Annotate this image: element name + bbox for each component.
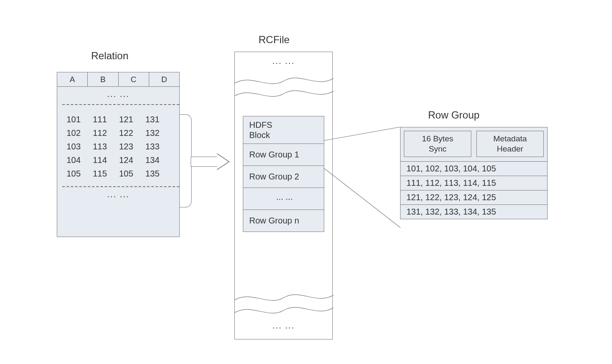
relation-columns-header: A B C D [57,72,179,87]
rcfile-bottom-ellipsis: ··· ··· [235,317,332,338]
rcfile-wave-bottom [234,292,334,303]
relation-panel: A B C D ··· ··· 101 111 121 131 102 112 … [57,72,180,237]
relation-cell: 133 [145,140,172,153]
relation-cell: 113 [93,140,119,153]
relation-cell: 132 [145,126,172,140]
relation-col-d: D [149,72,179,86]
rcfile-title: RCFile [259,34,289,46]
rcfile-top-ellipsis: ··· ··· [235,52,332,74]
relation-cell: 103 [67,140,93,153]
relation-cell: 121 [119,113,145,126]
relation-cell: 104 [67,153,93,167]
rowgroup-detail-panel: 16 BytesSync MetadataHeader 101, 102, 10… [400,127,548,219]
rcfile-wave-top [234,76,334,86]
row-group-2: Row Group 2 [243,166,324,188]
relation-cell: 105 [119,167,145,180]
relation-title: Relation [91,50,128,62]
row-group-1: Row Group 1 [243,144,324,166]
relation-cell: 101 [67,113,93,126]
arrow-relation-to-rcfile [191,153,231,170]
relation-cell: 111 [93,113,119,126]
relation-col-b: B [88,72,118,86]
relation-cell: 112 [93,126,119,140]
relation-data: 101 111 121 131 102 112 122 132 103 113 … [57,105,179,186]
relation-cell: 102 [67,126,93,140]
rowgroup-column-data: 101, 102, 103, 104, 105 111, 112, 113, 1… [401,162,547,219]
relation-row: 103 113 123 133 [67,140,172,153]
relation-ellipsis-top: ··· ··· [57,87,179,104]
rcfile-block-list: HDFSBlock Row Group 1 Row Group 2 ··· ··… [243,116,324,232]
relation-cell: 115 [93,167,119,180]
relation-cell: 114 [93,153,119,167]
svg-line-0 [324,127,401,141]
relation-cell: 135 [145,167,172,180]
relation-row: 104 114 124 134 [67,153,172,167]
metadata-header-block: MetadataHeader [476,131,544,157]
rowgroup-column-a: 101, 102, 103, 104, 105 [401,162,547,176]
svg-line-1 [324,168,401,228]
relation-row: 105 115 105 135 [67,167,172,180]
hdfs-block-label: HDFSBlock [243,116,324,144]
relation-cell: 105 [67,167,93,180]
row-group-ellipsis: ··· ··· [243,188,324,210]
rcfile-wave-top-2 [234,88,334,99]
relation-col-a: A [57,72,88,86]
rowgroup-column-c: 121, 122, 123, 124, 125 [401,190,547,205]
relation-cell: 123 [119,140,145,153]
sync-block: 16 BytesSync [404,131,471,157]
connector-lines [324,127,401,229]
rowgroup-header-row: 16 BytesSync MetadataHeader [401,127,547,162]
relation-row: 101 111 121 131 [67,113,172,126]
relation-col-c: C [119,72,149,86]
relation-cell: 134 [145,153,172,167]
rowgroup-title: Row Group [428,109,479,121]
rowgroup-column-d: 131, 132, 133, 134, 135 [401,205,547,219]
relation-bracket [180,114,192,207]
row-group-n: Row Group n [243,210,324,232]
relation-cell: 131 [145,113,172,126]
rcfile-wave-bottom-2 [234,305,334,315]
relation-row: 102 112 122 132 [67,126,172,140]
rowgroup-column-b: 111, 112, 113, 114, 115 [401,176,547,190]
relation-ellipsis-bottom: ··· ··· [57,187,179,204]
relation-cell: 124 [119,153,145,167]
relation-cell: 122 [119,126,145,140]
